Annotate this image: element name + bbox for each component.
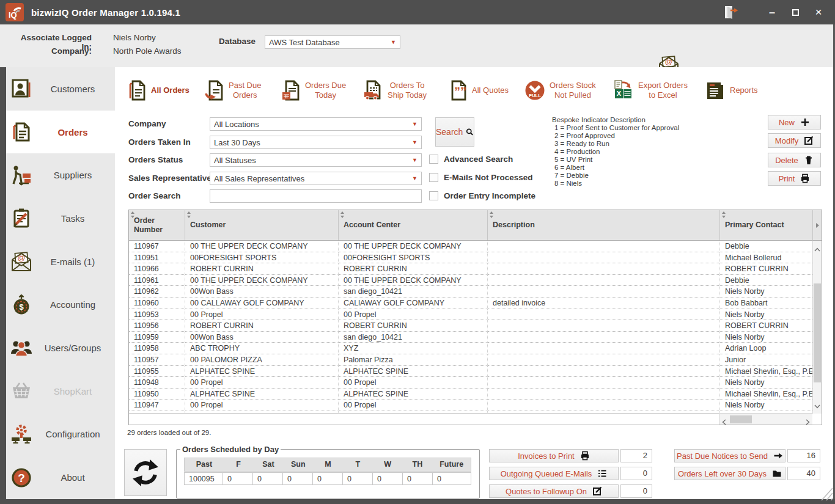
svg-text:@: @ — [664, 57, 672, 66]
cell-description — [488, 286, 720, 298]
bespoke-line: 4 = Production — [552, 148, 679, 156]
cell-primary-contact: Junior — [720, 354, 814, 366]
table-row[interactable]: 110957 00 PALOMOR PIZZA Palomar Pizza Ju… — [129, 354, 814, 366]
search-button[interactable]: Search — [435, 117, 474, 147]
column-header-primary-contact[interactable]: Primary Contact — [720, 210, 814, 240]
table-row[interactable]: 110947 00 Propel 00 Propel Niels Norby — [129, 400, 814, 411]
scroll-down-icon[interactable] — [814, 400, 820, 411]
bespoke-indicator-legend: Bespoke Indicator Description 1 = Proof … — [552, 116, 679, 188]
print-button[interactable]: Print — [768, 171, 821, 186]
sidebar-item-label: Configuration — [37, 429, 115, 439]
sidebar-item-orders[interactable]: Orders — [6, 111, 115, 154]
orders-status-select[interactable]: All Statuses▼ — [210, 153, 422, 167]
table-row[interactable]: 110953 00 Propel 00 Propel Niels Norby — [129, 309, 814, 321]
column-expander[interactable] — [812, 210, 822, 241]
horizontal-scrollbar-thumb[interactable] — [730, 415, 752, 423]
orders-status-value: All Statuses — [214, 156, 410, 165]
resize-grip[interactable] — [819, 486, 834, 504]
tab-orders-to-ship-today[interactable]: Orders ToShip Today — [362, 67, 427, 113]
invoices-to-print-button[interactable]: Invoices to Print — [489, 449, 619, 462]
table-row[interactable]: 110962 00Won Bass san diego_10421 Niels … — [129, 286, 814, 298]
tab-all-quotes[interactable]: ”” All Quotes — [449, 67, 509, 113]
advanced-search-checkbox[interactable]: Advanced Search — [429, 155, 513, 164]
checkbox-icon[interactable] — [429, 191, 438, 200]
checkbox-icon[interactable] — [429, 155, 438, 164]
table-row[interactable]: 110958 ABC TROPHY XYZ Adrian Loop — [129, 343, 814, 354]
tab-orders-due-today[interactable]: Orders DueToday — [281, 67, 346, 113]
vertical-scrollbar-thumb[interactable] — [814, 283, 821, 382]
table-row[interactable]: 110959 00Won Bass san diego_10421 Niels … — [129, 332, 814, 343]
cell-primary-contact: Niels Norby — [720, 400, 814, 411]
emails-not-processed-checkbox[interactable]: E-Mails Not Processed — [429, 173, 533, 182]
orders-taken-in-select[interactable]: Last 30 Days▼ — [210, 136, 422, 149]
invoices-to-print-label: Invoices to Print — [518, 451, 575, 461]
scroll-right-icon[interactable] — [806, 417, 810, 428]
sidebar-item-users-groups[interactable]: Users/Groups — [6, 326, 115, 370]
minimize-button[interactable]: – — [763, 4, 781, 20]
tab-label: Orders Stock — [550, 81, 596, 90]
sidebar-item-emails[interactable]: @ E-mails (1) — [6, 240, 115, 283]
table-row[interactable]: 110951 00FORESIGHT SPORTS 00FORESIGHT SP… — [129, 252, 814, 264]
table-row[interactable]: 110948 00 Propel 00 Propel Niels Norby — [129, 377, 814, 389]
column-header-customer[interactable]: Customer — [185, 210, 339, 240]
cell-description — [488, 332, 720, 343]
horizontal-scrollbar[interactable] — [719, 413, 812, 425]
sidebar-item-about[interactable]: ? About — [6, 456, 115, 499]
sidebar-item-suppliers[interactable]: Suppliers — [6, 153, 115, 197]
schedule-value-cell: 0 — [313, 472, 343, 485]
maximize-button[interactable] — [786, 4, 804, 20]
checkbox-label: Advanced Search — [444, 155, 513, 164]
close-button[interactable]: × — [809, 4, 828, 20]
company-filter-select[interactable]: All Locations▼ — [210, 117, 422, 131]
sidebar-item-label: Orders — [37, 127, 115, 137]
orders-taken-in-value: Last 30 Days — [214, 138, 410, 147]
sidebar-item-accounting[interactable]: $ Accounting — [6, 283, 115, 327]
orders-to-ship-today-icon — [362, 80, 383, 101]
quotes-to-followup-button[interactable]: Quotes to Followup On — [489, 484, 619, 498]
scroll-up-icon[interactable] — [814, 243, 820, 254]
column-header-order-number[interactable]: Order Number — [129, 210, 185, 240]
orders-left-over-30-days-button[interactable]: Orders Left over 30 Days — [674, 467, 785, 480]
scroll-left-icon[interactable] — [722, 417, 726, 428]
cell-customer: 00 THE UPPER DECK COMPANY — [185, 241, 339, 252]
table-row[interactable]: 110950 ALPHATEC SPINE ALPHATEC SPINE Mic… — [129, 389, 814, 400]
sidebar-item-configuration[interactable]: Configuration — [6, 413, 115, 456]
orders-status-label: Orders Status — [128, 155, 183, 164]
table-row[interactable]: 110967 00 THE UPPER DECK COMPANY 00 THE … — [129, 241, 814, 252]
exit-application-icon[interactable] — [721, 4, 738, 20]
table-row[interactable]: 110956 ROBERT CURRIN ROBERT CURRIN ROBER… — [129, 320, 814, 332]
cell-account-center: ALPHATEC SPINE — [339, 366, 488, 378]
refresh-icon — [131, 459, 160, 487]
table-row[interactable]: 110955 ALPHATEC SPINE ALPHATEC SPINE Mic… — [129, 366, 814, 378]
checkbox-icon[interactable] — [429, 173, 438, 182]
refresh-button[interactable] — [124, 449, 167, 496]
tab-orders-stock-not-pulled[interactable]: PULL Orders StockNot Pulled — [524, 67, 596, 113]
table-row[interactable]: 110960 00 CALLAWAY GOLF COMPANY CALlAWAY… — [129, 298, 814, 309]
sort-icon — [187, 211, 191, 218]
order-entry-incomplete-checkbox[interactable]: Order Entry Incomplete — [429, 191, 535, 200]
tab-reports[interactable]: Reports — [705, 67, 758, 113]
column-header-account-center[interactable]: Account Center — [339, 210, 488, 240]
outgoing-queued-emails-button[interactable]: Outgoing Queued E-Mails — [489, 467, 619, 480]
modify-button[interactable]: Modify — [768, 133, 821, 148]
tab-past-due-orders[interactable]: Past DueOrders — [205, 67, 261, 113]
schedule-header-cell: T — [343, 458, 373, 471]
sidebar-item-tasks[interactable]: Tasks — [6, 197, 115, 240]
tab-export-orders-to-excel[interactable]: X Export Ordersto Excel — [613, 67, 688, 113]
table-row-partial[interactable]: 110949 Jay SM Jay SM — [129, 411, 814, 414]
configuration-icon — [6, 424, 37, 445]
cell-order-number: 110955 — [129, 366, 185, 378]
new-button[interactable]: New — [768, 115, 821, 130]
sales-rep-select[interactable]: All Sales Representatives▼ — [210, 172, 422, 185]
delete-button[interactable]: Delete — [768, 153, 821, 167]
tab-all-orders[interactable]: All Orders — [128, 67, 189, 113]
table-row[interactable]: 110966 ROBERT CURRIN ROBERT CURRIN ROBER… — [129, 263, 814, 275]
table-row[interactable]: 110961 00 THE UPPER DECK COMPANY 00 THE … — [129, 275, 814, 287]
vertical-scrollbar[interactable] — [812, 241, 822, 414]
cell-order-number: 110961 — [129, 275, 185, 287]
database-select[interactable]: AWS Test Database ▼ — [265, 35, 400, 49]
sidebar-item-customers[interactable]: Customers — [6, 67, 115, 111]
column-header-description[interactable]: Description — [488, 210, 720, 240]
order-search-input[interactable] — [210, 189, 422, 203]
past-due-notices-button[interactable]: Past Due Notices to Send — [674, 449, 785, 462]
